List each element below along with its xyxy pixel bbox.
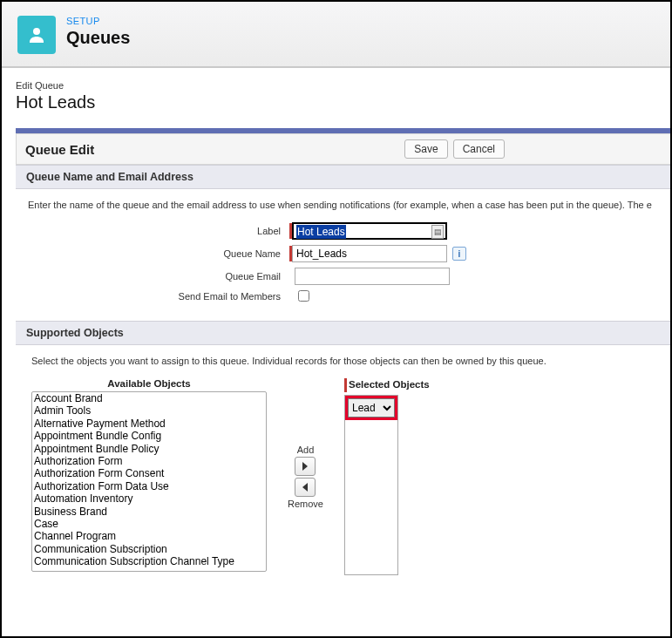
info-icon[interactable]: i xyxy=(452,247,466,261)
list-item[interactable]: Authorization Form Consent xyxy=(32,467,266,479)
save-button[interactable]: Save xyxy=(404,139,447,159)
page-header: SETUP Queues xyxy=(2,2,670,68)
send-email-checkbox[interactable] xyxy=(298,290,309,302)
add-label: Add xyxy=(297,445,315,455)
label-input-selection: Hot Leads xyxy=(296,225,346,239)
list-item[interactable]: Automation Inventory xyxy=(32,492,266,505)
label-picker-icon[interactable]: ▤ xyxy=(431,225,444,239)
send-email-field-label: Send Email to Members xyxy=(179,291,281,302)
queue-name-input[interactable] xyxy=(292,245,447,262)
highlight-box: Lead xyxy=(345,396,397,420)
panel-header: Queue Edit Save Cancel xyxy=(16,133,670,165)
list-item[interactable]: Admin Tools xyxy=(32,404,266,417)
svg-point-0 xyxy=(33,28,40,35)
list-item[interactable]: Business Brand xyxy=(32,506,266,518)
remove-label: Remove xyxy=(288,499,323,509)
available-objects-title: Available Objects xyxy=(31,378,267,389)
queue-name-field-label: Queue Name xyxy=(224,248,281,259)
available-objects-list[interactable]: Account BrandAdmin ToolsAlternative Paym… xyxy=(31,391,267,572)
list-item[interactable]: Appointment Bundle Policy xyxy=(32,443,266,455)
cancel-button[interactable]: Cancel xyxy=(453,139,505,159)
help-text-name-email: Enter the name of the queue and the emai… xyxy=(28,200,658,210)
panel-title: Queue Edit xyxy=(25,142,94,157)
setup-label: SETUP xyxy=(66,16,130,26)
required-indicator xyxy=(344,378,347,392)
list-item[interactable]: Communication Subscription xyxy=(32,543,266,555)
person-icon xyxy=(17,16,56,54)
section-header-supported: Supported Objects xyxy=(16,321,670,345)
list-item[interactable]: Communication Subscription Channel Type xyxy=(32,555,266,567)
list-item[interactable]: Authorization Form Data Use xyxy=(32,480,266,492)
list-item[interactable]: Appointment Bundle Config xyxy=(32,430,266,442)
add-button[interactable] xyxy=(295,457,316,476)
list-item[interactable]: Account Brand xyxy=(32,392,266,404)
list-item[interactable]: Alternative Payment Method xyxy=(32,417,266,430)
list-item[interactable]: Case xyxy=(32,518,266,530)
label-field-label: Label xyxy=(257,226,281,236)
queue-name-heading: Hot Leads xyxy=(16,92,670,112)
section-header-name-email: Queue Name and Email Address xyxy=(16,165,670,189)
breadcrumb: Edit Queue xyxy=(16,80,670,91)
help-text-supported: Select the objects you want to assign to… xyxy=(31,356,658,366)
queue-email-input[interactable] xyxy=(295,268,450,285)
list-item[interactable]: Channel Program xyxy=(32,530,266,542)
queue-email-field-label: Queue Email xyxy=(225,271,281,282)
list-item[interactable]: Authorization Form xyxy=(32,455,266,467)
selected-objects-title: Selected Objects xyxy=(349,379,430,390)
page-title: Queues xyxy=(66,28,130,48)
selected-objects-list[interactable]: Lead xyxy=(344,395,398,575)
selected-objects-select[interactable]: Lead xyxy=(348,398,395,417)
remove-button[interactable] xyxy=(295,478,316,497)
